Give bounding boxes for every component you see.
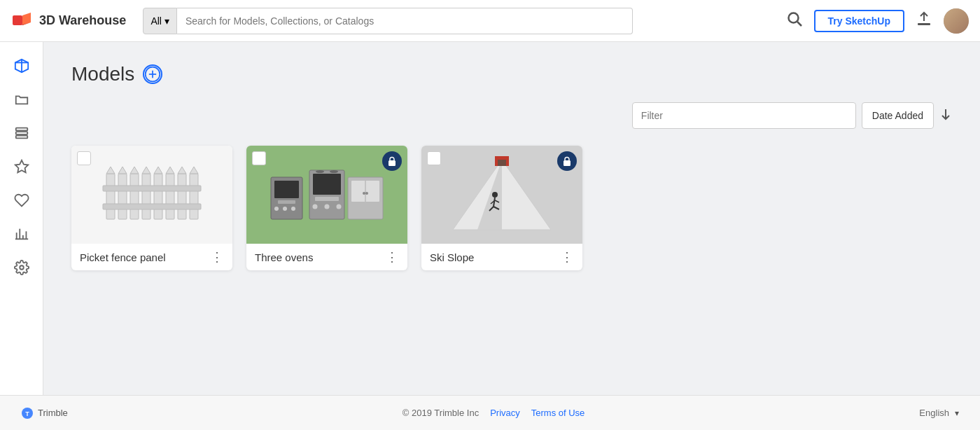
search-area: All ▾ [143, 8, 633, 34]
svg-rect-39 [103, 186, 201, 191]
models-grid: Picket fence panel ⋮ [71, 146, 952, 270]
model-name: Three ovens [255, 251, 313, 263]
sidebar-item-settings[interactable] [6, 252, 37, 283]
sidebar-item-favorites[interactable] [6, 151, 37, 182]
sidebar-item-models[interactable] [6, 50, 37, 81]
lock-badge [382, 151, 402, 171]
svg-line-4 [797, 22, 802, 26]
trimble-logo-icon: T [21, 407, 34, 419]
model-card[interactable]: Ski Slope ⋮ [421, 146, 582, 270]
header: 3D Warehouse All ▾ Try SketchUp [0, 0, 980, 42]
chart-icon [14, 226, 29, 242]
model-menu-button[interactable]: ⋮ [386, 251, 399, 263]
svg-point-3 [788, 13, 798, 22]
footer-left: T Trimble [21, 407, 68, 419]
terms-link[interactable]: Terms of Use [531, 408, 585, 418]
page-title: Models [71, 63, 134, 85]
language-label: English [919, 408, 949, 418]
svg-point-58 [365, 192, 368, 195]
svg-point-67 [492, 192, 498, 197]
filter-row: Date Added [71, 102, 952, 129]
add-model-button[interactable] [143, 64, 162, 84]
sidebar-item-analytics[interactable] [6, 219, 37, 249]
svg-marker-32 [154, 167, 162, 174]
svg-rect-5 [918, 23, 930, 25]
svg-rect-43 [274, 181, 299, 198]
svg-point-53 [337, 204, 342, 209]
svg-marker-36 [178, 167, 186, 174]
svg-point-45 [274, 207, 279, 211]
privacy-link[interactable]: Privacy [490, 408, 520, 418]
page-header: Models [71, 63, 952, 85]
gear-icon [14, 260, 29, 275]
svg-rect-11 [15, 136, 27, 139]
heart-icon [14, 193, 29, 208]
sort-date-button[interactable]: Date Added [862, 102, 934, 129]
logo-icon [11, 10, 34, 32]
upload-button[interactable] [916, 11, 932, 32]
search-icon [786, 11, 803, 27]
sidebar-item-likes[interactable] [6, 185, 37, 216]
layout: Models Date Added [0, 42, 980, 430]
model-card[interactable]: Picket fence panel ⋮ [71, 146, 232, 270]
svg-marker-12 [15, 160, 27, 172]
svg-rect-66 [498, 160, 506, 166]
svg-marker-26 [118, 167, 127, 174]
svg-rect-41 [388, 160, 396, 166]
svg-rect-61 [564, 160, 570, 166]
model-checkbox[interactable] [427, 151, 441, 165]
search-dropdown[interactable]: All ▾ [143, 8, 177, 34]
ovens-thumbnail-image [264, 156, 390, 233]
svg-point-57 [363, 192, 365, 195]
model-footer: Three ovens ⋮ [246, 244, 407, 270]
filter-input[interactable] [632, 102, 856, 129]
svg-point-47 [291, 207, 295, 211]
svg-marker-24 [106, 167, 115, 174]
model-thumbnail [71, 146, 232, 244]
model-thumbnail [246, 146, 407, 244]
lock-icon [387, 156, 397, 166]
search-dropdown-label: All [150, 15, 162, 27]
lock-icon [562, 156, 572, 166]
model-card[interactable]: Three ovens ⋮ [246, 146, 407, 270]
search-input[interactable] [177, 8, 633, 34]
sidebar-item-collections[interactable] [6, 84, 37, 115]
model-menu-button[interactable]: ⋮ [561, 251, 574, 263]
svg-point-51 [313, 204, 318, 209]
search-button[interactable] [786, 11, 803, 32]
svg-point-59 [316, 170, 324, 173]
try-sketchup-button[interactable]: Try SketchUp [814, 10, 904, 32]
svg-rect-31 [154, 174, 162, 219]
model-menu-button[interactable]: ⋮ [211, 251, 224, 263]
sidebar-item-stack[interactable] [6, 118, 37, 148]
svg-marker-28 [130, 167, 139, 174]
svg-rect-50 [315, 197, 339, 201]
fence-thumbnail-image [96, 156, 208, 233]
svg-rect-35 [178, 174, 186, 219]
plus-circle-icon [144, 64, 161, 84]
model-checkbox[interactable] [77, 151, 91, 165]
model-checkbox[interactable] [252, 151, 266, 165]
svg-rect-23 [106, 174, 115, 219]
avatar-placeholder [944, 8, 969, 34]
svg-marker-38 [190, 167, 198, 174]
svg-rect-0 [13, 15, 22, 25]
model-footer: Ski Slope ⋮ [421, 244, 582, 270]
dropdown-chevron-icon: ▾ [164, 15, 169, 27]
svg-rect-27 [130, 174, 139, 219]
header-right: Try SketchUp [786, 8, 969, 34]
footer-center: © 2019 Trimble Inc Privacy Terms of Use [402, 408, 585, 418]
model-name: Ski Slope [430, 251, 474, 263]
lock-badge [557, 151, 577, 171]
copyright-text: © 2019 Trimble Inc [402, 408, 479, 418]
sort-direction-button[interactable] [939, 108, 952, 124]
language-chevron-icon: ▾ [955, 408, 959, 418]
svg-point-46 [283, 207, 287, 211]
svg-rect-49 [313, 174, 341, 195]
svg-text:T: T [25, 410, 29, 417]
sidebar [0, 42, 43, 430]
svg-rect-44 [278, 200, 295, 204]
avatar[interactable] [944, 8, 969, 34]
svg-rect-40 [103, 204, 201, 209]
svg-marker-30 [142, 167, 150, 174]
